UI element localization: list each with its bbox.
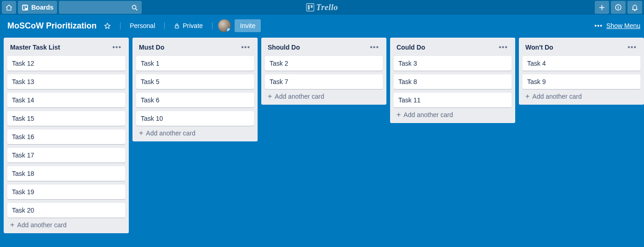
svg-rect-1 (23, 6, 25, 10)
search-icon (131, 4, 138, 11)
list-title[interactable]: Should Do (268, 44, 300, 51)
trello-logo-icon (306, 3, 314, 11)
list-title[interactable]: Won't Do (525, 44, 553, 51)
add-card-label: Add another card (532, 93, 581, 100)
visibility-label: Private (183, 22, 203, 29)
add-card-button[interactable]: +Add another card (136, 126, 254, 138)
svg-rect-7 (310, 5, 312, 8)
list-header: Won't Do••• (523, 41, 640, 56)
add-card-label: Add another card (17, 221, 66, 229)
add-card-button[interactable]: +Add another card (394, 107, 512, 119)
search-box[interactable] (59, 1, 142, 14)
show-menu-button[interactable]: Show Menu (606, 22, 640, 29)
bell-icon (631, 4, 638, 11)
cards-container: Task 4Task 9 (523, 56, 640, 89)
card[interactable]: Task 5 (136, 74, 254, 89)
svg-rect-2 (25, 6, 27, 8)
team-label: Personal (130, 22, 155, 29)
card[interactable]: Task 18 (7, 166, 125, 181)
separator (212, 22, 213, 29)
lock-icon (174, 23, 180, 29)
card[interactable]: Task 2 (265, 56, 383, 71)
card[interactable]: Task 11 (394, 93, 512, 107)
cards-container: Task 1Task 5Task 6Task 10 (136, 56, 254, 126)
top-nav: Boards Trello (0, 0, 644, 15)
board-header: MoSCoW Prioritization Personal Private I… (0, 15, 644, 37)
brand[interactable]: Trello (306, 3, 338, 12)
card[interactable]: Task 12 (7, 56, 125, 71)
add-card-label: Add another card (146, 129, 195, 137)
boards-icon (22, 4, 29, 11)
ellipsis-icon[interactable]: ••• (594, 22, 603, 29)
board-name[interactable]: MoSCoW Prioritization (7, 21, 97, 31)
invite-button[interactable]: Invite (235, 19, 261, 32)
list-title[interactable]: Master Task List (10, 44, 60, 51)
plus-icon: + (397, 111, 401, 118)
cards-container: Task 12Task 13Task 14Task 15Task 16Task … (7, 56, 125, 218)
list-menu-button[interactable]: ••• (626, 42, 638, 52)
brand-name: Trello (316, 3, 338, 12)
list: Master Task List•••Task 12Task 13Task 14… (4, 38, 129, 233)
card[interactable]: Task 3 (394, 56, 512, 71)
card[interactable]: Task 6 (136, 93, 254, 107)
card[interactable]: Task 1 (136, 56, 254, 71)
list-header: Could Do••• (394, 41, 512, 56)
board-header-right: ••• Show Menu (594, 22, 640, 29)
separator (164, 22, 165, 29)
card[interactable]: Task 16 (7, 129, 125, 144)
add-card-button[interactable]: +Add another card (265, 89, 383, 101)
info-button[interactable] (611, 1, 626, 14)
card[interactable]: Task 4 (523, 56, 640, 71)
list-menu-button[interactable]: ••• (497, 42, 510, 52)
team-button[interactable]: Personal (126, 20, 159, 31)
list-header: Must Do••• (136, 41, 254, 56)
card[interactable]: Task 15 (7, 111, 125, 126)
cards-container: Task 2Task 7 (265, 56, 383, 89)
card[interactable]: Task 20 (7, 203, 125, 218)
list: Should Do•••Task 2Task 7+Add another car… (261, 38, 386, 105)
star-button[interactable] (100, 21, 115, 31)
home-button[interactable] (2, 1, 16, 14)
card[interactable]: Task 17 (7, 148, 125, 163)
svg-point-12 (618, 6, 618, 6)
boards-label: Boards (31, 4, 53, 11)
card[interactable]: Task 8 (394, 74, 512, 89)
card[interactable]: Task 7 (265, 74, 383, 89)
add-card-label: Add another card (403, 111, 453, 118)
visibility-button[interactable]: Private (170, 20, 207, 31)
nav-right (595, 1, 642, 14)
nav-left: Boards (2, 1, 142, 14)
plus-icon: + (525, 93, 529, 100)
list: Could Do•••Task 3Task 8Task 11+Add anoth… (390, 38, 515, 123)
star-icon (104, 22, 111, 29)
plus-icon: + (139, 129, 143, 137)
create-button[interactable] (595, 1, 609, 14)
list-menu-button[interactable]: ••• (110, 42, 123, 52)
search-input[interactable] (63, 4, 138, 11)
separator (120, 22, 121, 29)
card[interactable]: Task 9 (523, 74, 640, 89)
card[interactable]: Task 14 (7, 93, 125, 107)
list: Must Do•••Task 1Task 5Task 6Task 10+Add … (132, 38, 258, 141)
add-card-button[interactable]: +Add another card (523, 89, 640, 101)
boards-button[interactable]: Boards (18, 1, 57, 14)
home-icon (6, 4, 12, 11)
svg-rect-6 (308, 5, 310, 10)
list-title[interactable]: Could Do (397, 44, 425, 51)
svg-line-4 (136, 8, 137, 10)
invite-label: Invite (240, 22, 255, 29)
card[interactable]: Task 13 (7, 74, 125, 89)
add-card-button[interactable]: +Add another card (7, 218, 125, 230)
list: Won't Do•••Task 4Task 9+Add another card (519, 38, 644, 105)
plus-icon (598, 4, 605, 11)
list-title[interactable]: Must Do (139, 44, 164, 51)
list-menu-button[interactable]: ••• (239, 42, 252, 52)
cards-container: Task 3Task 8Task 11 (394, 56, 512, 107)
svg-rect-5 (306, 4, 314, 11)
list-menu-button[interactable]: ••• (368, 42, 381, 52)
board-canvas: Master Task List•••Task 12Task 13Task 14… (0, 37, 644, 237)
card[interactable]: Task 10 (136, 111, 254, 126)
notifications-button[interactable] (627, 1, 642, 14)
avatar[interactable] (218, 19, 231, 32)
card[interactable]: Task 19 (7, 185, 125, 199)
